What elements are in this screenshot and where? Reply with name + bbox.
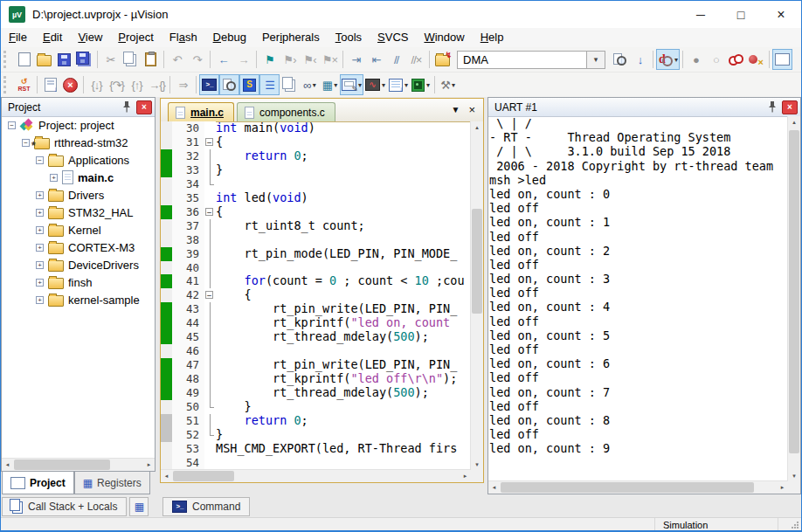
code-line-40[interactable]: 40 [161,261,471,275]
code-line-36[interactable]: 36{ [161,205,471,219]
pin-icon[interactable] [765,100,779,114]
code-line-53[interactable]: 53MSH_CMD_EXPORT(led, RT-Thread firs [161,442,471,456]
code-line-41[interactable]: 41 for(count = 0 ; count < 10 ;cou [161,274,471,288]
serial-window-button[interactable]: ▾ [340,74,363,95]
code-line-38[interactable]: 38 [161,233,471,247]
registers-window-button[interactable]: ☰ [259,74,280,95]
tree-item-drivers[interactable]: +Drivers [2,186,155,204]
memory-window-button[interactable]: ▦▾ [320,74,340,95]
paste-button[interactable] [141,49,161,70]
tree-item-stm32-hal[interactable]: +STM32_HAL [2,204,155,221]
call-stack-window-button[interactable] [280,74,300,95]
pin-icon[interactable] [120,100,134,114]
run-button[interactable]: ⇒ [173,74,193,95]
code-line-43[interactable]: 43 rt_pin_write(LED_PIN, PIN_ [161,302,471,316]
tree-item-cortex-m3[interactable]: +CORTEX-M3 [2,238,155,256]
start-stop-debug-button[interactable]: ▾ [656,49,680,70]
uart-panel-close-icon[interactable]: × [782,100,798,114]
run-to-cursor-button[interactable]: →{} [147,74,167,95]
system-viewer-button[interactable]: ▾ [387,74,410,95]
menu-svcs[interactable]: SVCS [370,28,416,47]
tab-main-c[interactable]: main.c [168,102,234,121]
uart-hscrollbar[interactable]: ◂▸ [488,480,788,494]
collapse-icon[interactable]: − [36,156,44,164]
unindent-button[interactable]: ⇤ [366,49,386,70]
toolbox-dropdown-icon[interactable]: ▾ [426,81,430,89]
menu-help[interactable]: Help [473,28,512,47]
code-line-34[interactable]: 34 [161,177,471,191]
menu-tools[interactable]: Tools [328,28,370,47]
memory-map-button[interactable]: ▦ [129,497,149,516]
debug-settings-button[interactable]: ⚒▾ [438,74,458,95]
code-area[interactable]: 30int main(void)31{32 return 0;33}3435in… [161,121,471,470]
tab-list-icon[interactable]: ▼ [452,105,460,114]
flash-download-button[interactable] [432,49,453,70]
command-window-button[interactable] [199,74,219,95]
fold-collapse-icon[interactable] [204,205,216,219]
tree-item-project-project[interactable]: −Project: project [2,116,155,134]
minimize-button[interactable]: ─ [681,1,721,28]
step-over-button[interactable]: {↷} [107,74,127,95]
menu-edit[interactable]: Edit [35,28,70,47]
code-line-46[interactable]: 46 [161,344,471,358]
tab-components-c[interactable]: components.c [237,102,335,121]
undo-button[interactable]: ↶ [167,49,187,70]
analysis-window-dropdown-icon[interactable]: ▾ [382,81,385,89]
bookmark-previous-button[interactable]: ⚑‹ [300,49,320,70]
close-button[interactable]: × [761,1,801,28]
watch-window-dropdown-icon[interactable]: ▾ [313,81,316,89]
debug-settings-dropdown-icon[interactable]: ▾ [452,81,455,89]
code-line-51[interactable]: 51 return 0; [161,414,471,428]
tab-registers[interactable]: ▦ Registers [74,472,150,494]
cut-button[interactable]: ✂ [100,49,121,70]
tree-item-kernel[interactable]: +Kernel [2,221,155,238]
code-line-35[interactable]: 35int led(void) [161,191,471,205]
system-viewer-dropdown-icon[interactable]: ▾ [404,81,408,89]
collapse-icon[interactable]: − [8,121,16,129]
serial-window-dropdown-icon[interactable]: ▾ [358,81,362,89]
menu-window[interactable]: Window [416,28,472,47]
analysis-window-button[interactable]: ▾ [363,74,387,95]
tree-item-finsh[interactable]: +finsh [2,273,155,291]
tree-item-kernel-sample[interactable]: +kernel-sample [2,291,155,308]
code-line-37[interactable]: 37 rt_uint8_t count; [161,219,471,233]
insert-remove-breakpoint-button[interactable]: ● [686,49,706,70]
tree-item-applications[interactable]: −Applications [2,151,155,169]
save-all-button[interactable] [74,49,94,70]
editor-close-icon[interactable]: × [468,103,475,116]
code-line-44[interactable]: 44 rt_kprintf("led on, count [161,316,471,330]
expand-icon[interactable]: + [36,226,44,234]
code-line-52[interactable]: 52} [161,428,471,442]
code-line-39[interactable]: 39 rt_pin_mode(LED_PIN, PIN_MODE_ [161,247,471,261]
code-line-42[interactable]: 42 { [161,288,471,302]
bookmark-clear-all-button[interactable]: ⚑× [320,49,340,70]
expand-icon[interactable]: + [36,209,44,217]
open-file-button[interactable] [34,49,54,70]
code-line-31[interactable]: 31{ [161,135,471,149]
code-line-32[interactable]: 32 return 0; [161,149,471,163]
kill-all-breakpoints-button[interactable] [746,49,766,70]
trace-records-button[interactable] [40,74,60,95]
bookmark-next-button[interactable]: ⚑› [280,49,300,70]
project-hscrollbar[interactable]: ◂▸ [2,458,155,471]
menu-flash[interactable]: Flash [162,28,205,47]
target-select[interactable]: DMA▾ [457,51,605,69]
editor-vscrollbar[interactable]: ▴ ▾ [470,121,483,470]
menu-file[interactable]: File [1,28,35,47]
menu-debug[interactable]: Debug [205,28,254,47]
fold-collapse-icon[interactable] [204,288,216,302]
comment-selection-button[interactable]: // [386,49,406,70]
toolbar-drag-handle[interactable] [3,51,10,68]
window-layout-button[interactable] [772,49,792,70]
step-out-button[interactable]: {↑} [127,74,147,95]
new-file-button[interactable] [14,49,34,70]
menu-project[interactable]: Project [110,28,161,47]
save-button[interactable] [54,49,74,70]
tree-item-rtthread-stm32[interactable]: −rtthread-stm32 [2,134,155,151]
code-line-47[interactable]: 47 rt_pin_write(LED_PIN, PIN_ [161,358,471,372]
expand-icon[interactable]: + [50,174,58,182]
target-select-dropdown-icon[interactable]: ▾ [586,52,605,68]
uart-vscrollbar[interactable]: ▴ ▾ [787,116,800,481]
incremental-find-button[interactable]: ↓ [630,49,650,70]
start-stop-debug-dropdown-icon[interactable]: ▾ [674,56,678,64]
